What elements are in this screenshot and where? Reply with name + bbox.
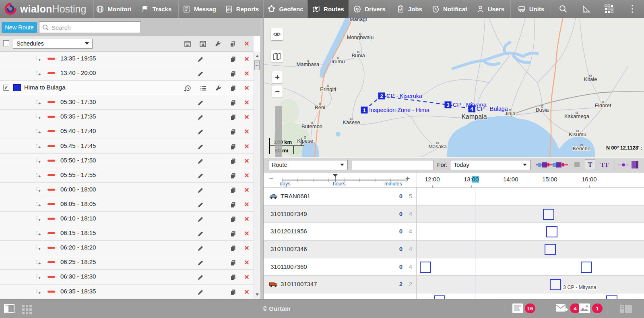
map-zoom-track[interactable]: [275, 106, 282, 157]
mode-select[interactable]: Route: [268, 160, 348, 170]
copy-icon[interactable]: [229, 113, 237, 121]
single-track-button[interactable]: T: [585, 160, 595, 170]
nav-tool-kebab[interactable]: [620, 0, 644, 18]
route-row[interactable]: ✓Hima to Bulaga✕: [0, 81, 254, 95]
scroll-handle[interactable]: [254, 60, 260, 70]
delete-icon[interactable]: ✕: [243, 84, 251, 92]
nav-item-units[interactable]: Units: [510, 0, 551, 18]
edit-pencil-icon[interactable]: [196, 215, 204, 223]
route-point-marker[interactable]: 1Inspection Zone - Hima: [361, 107, 430, 114]
copy-icon[interactable]: [229, 84, 237, 92]
scroll-up-icon[interactable]: [256, 55, 259, 57]
nav-item-notificat[interactable]: Notificat: [429, 0, 470, 18]
statusbar-notes-button[interactable]: 16: [512, 303, 535, 314]
edit-pencil-icon[interactable]: [196, 70, 204, 78]
schedule-row[interactable]: 06:30 - 18:30✕: [0, 270, 254, 284]
map-canvas[interactable]: MahagiMongbwaluBuniaIrumuMambasaEringiti…: [264, 18, 644, 157]
delete-icon[interactable]: ✕: [243, 157, 251, 165]
schedule-row[interactable]: 05:55 - 17:55✕: [0, 168, 254, 183]
copy-icon[interactable]: [228, 39, 237, 49]
edit-pencil-icon[interactable]: [196, 201, 204, 209]
schedule-row[interactable]: 05:35 - 17:35✕: [0, 110, 254, 124]
schedule-row[interactable]: 05:40 - 17:40✕: [0, 124, 254, 139]
schedule-row[interactable]: 13:35 - 19:55✕: [0, 52, 254, 66]
edit-pencil-icon[interactable]: [196, 128, 204, 136]
schedule-row[interactable]: 05:45 - 17:45✕: [0, 139, 254, 154]
edit-pencil-icon[interactable]: [196, 244, 204, 252]
copy-icon[interactable]: [229, 259, 237, 267]
delete-icon[interactable]: ✕: [243, 172, 251, 180]
wrench-icon[interactable]: [213, 39, 223, 49]
copy-icon[interactable]: [229, 99, 237, 107]
history-clock-icon[interactable]: [184, 84, 192, 92]
copy-icon[interactable]: [229, 143, 237, 151]
statusbar-mail-button[interactable]: 4: [555, 303, 580, 314]
copy-icon[interactable]: [229, 244, 237, 252]
delete-icon[interactable]: ✕: [242, 39, 252, 49]
apps-grid-icon[interactable]: [22, 305, 32, 314]
timeline-row[interactable]: 31011007347223 CP - Mityana: [264, 276, 644, 293]
timeline-row[interactable]: 3101201195604: [264, 223, 644, 241]
nav-item-monitori[interactable]: Monitori: [93, 0, 134, 18]
nav-tool-search[interactable]: [551, 0, 575, 18]
delete-icon[interactable]: ✕: [243, 273, 251, 281]
collapse-panel-icon[interactable]: [4, 304, 14, 313]
schedule-row[interactable]: 06:00 - 18:00✕: [0, 183, 254, 197]
nav-item-users[interactable]: Users: [470, 0, 510, 18]
checkpoint-box[interactable]: [545, 244, 556, 255]
edit-pencil-icon[interactable]: [196, 172, 204, 180]
new-route-button[interactable]: New Route: [2, 22, 37, 33]
delete-icon[interactable]: ✕: [243, 288, 251, 296]
schedule-row[interactable]: 06:15 - 18:15✕: [0, 226, 254, 241]
edit-pencil-icon[interactable]: [196, 186, 204, 194]
calendar-grid-icon[interactable]: [183, 39, 192, 49]
nav-item-jobs[interactable]: Jobs: [390, 0, 429, 18]
edit-pencil-icon[interactable]: [196, 157, 204, 165]
checkpoint-box[interactable]: [581, 262, 592, 273]
zoom-unit-days[interactable]: days: [280, 181, 290, 187]
delete-icon[interactable]: ✕: [243, 70, 251, 78]
copy-icon[interactable]: [229, 230, 237, 238]
nav-tool-apps[interactable]: [598, 0, 620, 18]
delete-icon[interactable]: ✕: [243, 244, 251, 252]
schedule-row[interactable]: 06:25 - 18:25✕: [0, 255, 254, 270]
slider-minus-button[interactable]: −: [269, 175, 273, 182]
delete-icon[interactable]: ✕: [243, 113, 251, 121]
nav-item-tracks[interactable]: Tracks: [134, 0, 178, 18]
zoom-out-button[interactable]: −: [272, 85, 283, 98]
delete-icon[interactable]: ✕: [243, 259, 251, 267]
checkpoint-box[interactable]: [606, 295, 617, 299]
edit-pencil-icon[interactable]: [196, 259, 204, 267]
copy-icon[interactable]: [229, 55, 237, 63]
edit-pencil-icon[interactable]: [196, 230, 204, 238]
copy-icon[interactable]: [229, 172, 237, 180]
nav-item-messag[interactable]: Messag: [178, 0, 220, 18]
delete-icon[interactable]: ✕: [243, 186, 251, 194]
copy-icon[interactable]: [229, 128, 237, 136]
map-layers-button[interactable]: [271, 50, 283, 62]
period-select[interactable]: Today: [450, 160, 530, 170]
block-marker-icon[interactable]: [631, 161, 640, 169]
timeline-row[interactable]: [264, 293, 644, 299]
timeline-row[interactable]: 3101100734904: [264, 206, 644, 223]
delete-icon[interactable]: ✕: [243, 55, 251, 63]
delete-icon[interactable]: ✕: [243, 99, 251, 107]
timeline-row[interactable]: 3101100736004: [264, 258, 644, 276]
edit-pencil-icon[interactable]: [196, 143, 204, 151]
delete-icon[interactable]: ✕: [243, 215, 251, 223]
delete-icon[interactable]: ✕: [243, 128, 251, 136]
delete-icon[interactable]: ✕: [243, 143, 251, 151]
panel-resize-gutter[interactable]: [260, 18, 264, 299]
copy-icon[interactable]: [229, 288, 237, 296]
wrench-icon[interactable]: [214, 84, 222, 92]
schedule-row[interactable]: 06:05 - 18:05✕: [0, 197, 254, 212]
report-templates-icon[interactable]: [620, 304, 632, 314]
point-marker-icon[interactable]: [618, 161, 629, 168]
schedule-row[interactable]: 06:10 - 18:10✕: [0, 212, 254, 226]
nav-tool-ruler[interactable]: [575, 0, 598, 18]
calendar-hash-icon[interactable]: [198, 39, 208, 49]
nav-item-routes[interactable]: Routes: [307, 0, 349, 18]
copy-icon[interactable]: [229, 201, 237, 209]
checkpoint-box[interactable]: [420, 262, 431, 273]
grey-square-icon[interactable]: [574, 162, 580, 167]
